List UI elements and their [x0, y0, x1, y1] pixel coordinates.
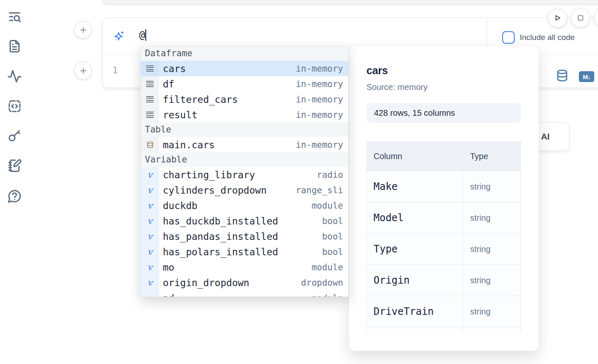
schema-table-row: Typestring [367, 234, 521, 265]
autocomplete-item-has-polars-installed[interactable]: vhas_polars_installedbool [141, 244, 348, 259]
sparkles-icon [113, 30, 125, 42]
type-header: Type [463, 142, 521, 171]
markdown-cell-button[interactable]: M↓ [579, 71, 594, 82]
panel-title: cars [366, 65, 521, 77]
activity-icon[interactable] [7, 69, 22, 84]
autocomplete-item-main-cars[interactable]: main.carsin-memory [141, 137, 348, 152]
item-type: bool [322, 216, 343, 226]
variable-icon: v [147, 216, 152, 226]
autocomplete-section-header: Dataframe [141, 46, 348, 61]
item-name: result [163, 110, 197, 120]
column-name-cell: Origin [367, 265, 463, 296]
column-name-cell: Type [367, 234, 463, 264]
variable-icon: v [147, 247, 152, 257]
schema-table-row: Originstring [367, 265, 521, 296]
column-type-cell: string [463, 202, 521, 233]
item-type: bool [322, 232, 343, 242]
code-square-icon[interactable] [7, 99, 22, 114]
autocomplete-item-has-duckdb-installed[interactable]: vhas_duckdb_installedbool [141, 213, 348, 229]
item-icon-gutter: v [141, 182, 159, 198]
dataframe-preview-panel: cars Source: memory 428 rows, 15 columns… [349, 46, 539, 351]
item-name: df [163, 79, 174, 90]
include-all-code-label: Include all code [520, 33, 575, 42]
item-name: has_pandas_installed [163, 231, 278, 242]
autocomplete-section-header: Table [141, 122, 348, 137]
autocomplete-item-filtered-cars[interactable]: filtered_carsin-memory [141, 92, 348, 107]
item-name: charting_library [163, 170, 255, 180]
item-icon-gutter: v [141, 198, 159, 213]
variable-icon: v [147, 201, 152, 211]
autocomplete-item-df[interactable]: dfin-memory [141, 76, 348, 92]
item-name: main.cars [163, 140, 215, 150]
item-type: in-memory [296, 95, 343, 105]
autocomplete-item-origin-dropdown[interactable]: vorigin_dropdowndropdown [141, 275, 348, 290]
variable-icon: v [147, 262, 152, 272]
item-name: has_duckdb_installed [163, 216, 278, 227]
key-icon[interactable] [7, 128, 22, 143]
stop-button[interactable] [571, 8, 590, 27]
variable-icon: v [147, 185, 152, 195]
play-icon [553, 14, 562, 22]
item-type: module [311, 201, 343, 211]
variable-icon: v [147, 170, 152, 180]
item-icon-gutter [141, 107, 159, 122]
notebook-pen-icon[interactable] [7, 158, 22, 173]
item-icon-gutter: v [141, 213, 159, 229]
column-type-cell: string [463, 296, 521, 327]
add-cell-button-top[interactable] [74, 21, 92, 39]
database-icon [556, 69, 569, 83]
autocomplete-item-duckdb[interactable]: vduckdbmodule [141, 198, 348, 213]
help-circle-icon[interactable] [7, 189, 22, 204]
markdown-icon: M↓ [583, 73, 591, 80]
previous-cell-edge [102, 0, 598, 5]
item-icon-gutter: v [141, 259, 159, 275]
item-type: radio [317, 170, 343, 180]
autocomplete-item-cylinders-dropdown[interactable]: vcylinders_dropdownrange_sli [141, 182, 348, 198]
item-type: in-memory [296, 110, 343, 120]
schema-table: Column Type MakestringModelstringTypestr… [366, 141, 521, 333]
rows-icon [146, 95, 154, 104]
file-text-icon[interactable] [7, 39, 22, 54]
item-name: pd [163, 293, 174, 297]
item-icon-gutter: v [141, 229, 159, 244]
item-icon-gutter [141, 137, 159, 152]
schema-table-row-partial [367, 327, 521, 333]
item-type: in-memory [296, 64, 343, 74]
autocomplete-item-cars[interactable]: carsin-memory [141, 61, 348, 76]
sql-cell-button[interactable] [556, 69, 569, 83]
autocomplete-item-pd[interactable]: vpdmodule [141, 290, 348, 297]
column-name-cell: Make [367, 171, 463, 202]
autocomplete-item-mo[interactable]: vmomodule [141, 259, 348, 275]
item-type: module [311, 293, 343, 297]
column-type-cell: string [463, 265, 521, 296]
item-name: cylinders_dropdown [163, 185, 267, 196]
column-header: Column [367, 142, 463, 171]
plus-icon [80, 26, 87, 34]
autocomplete-section-header: Variable [141, 152, 348, 167]
run-cell-button[interactable] [548, 8, 567, 27]
rows-icon [146, 64, 154, 73]
column-name-cell: Model [367, 202, 463, 233]
item-type: bool [322, 247, 343, 257]
stop-icon [576, 14, 585, 22]
item-name: filtered_cars [163, 94, 238, 105]
item-type: in-memory [296, 79, 343, 89]
add-cell-button-bottom[interactable] [74, 62, 92, 80]
list-search-icon[interactable] [7, 9, 22, 24]
schema-table-row: DriveTrainstring [367, 296, 521, 327]
rows-icon [146, 110, 154, 119]
include-all-code-checkbox[interactable] [502, 31, 515, 44]
item-icon-gutter [141, 61, 159, 76]
item-type: module [311, 262, 343, 272]
schema-table-row: Modelstring [367, 202, 521, 234]
item-name: mo [163, 262, 174, 273]
autocomplete-item-charting-library[interactable]: vcharting_libraryradio [141, 167, 348, 182]
autocomplete-item-has-pandas-installed[interactable]: vhas_pandas_installedbool [141, 229, 348, 244]
variable-icon: v [147, 278, 152, 288]
item-name: origin_dropdown [163, 277, 249, 288]
variable-icon: v [147, 232, 152, 242]
schema-table-header: Column Type [367, 142, 521, 171]
ai-prompt-text: @ [139, 29, 146, 41]
column-name-cell: DriveTrain [367, 296, 463, 327]
autocomplete-item-result[interactable]: resultin-memory [141, 107, 348, 122]
